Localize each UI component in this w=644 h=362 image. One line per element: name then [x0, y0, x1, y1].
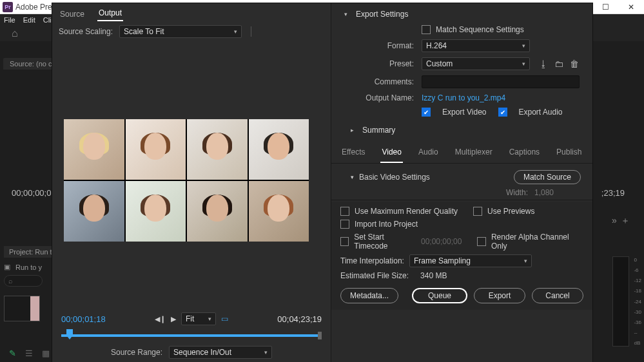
pencil-icon[interactable]: ✎ [9, 348, 16, 358]
home-icon[interactable]: ⌂ [12, 28, 18, 39]
source-scaling-label: Source Scaling: [59, 27, 113, 36]
subtab-audio[interactable]: Audio [417, 145, 440, 163]
project-search-input[interactable]: ⌕ [4, 275, 43, 287]
preset-label: Preset: [331, 59, 422, 68]
import-project-checkbox[interactable] [340, 220, 349, 229]
chevron-down-icon: ▾ [344, 11, 351, 17]
program-tc-right: ;23;19 [601, 188, 625, 198]
step-back-button[interactable]: ◀❙ [155, 315, 166, 323]
time-interp-dropdown[interactable]: Frame Sampling▾ [409, 254, 532, 267]
tab-output[interactable]: Output [97, 6, 123, 21]
output-name-link[interactable]: Izzy C run to you_2.mp4 [422, 93, 505, 102]
comments-label: Comments: [331, 77, 422, 86]
list-view-icon[interactable]: ☰ [25, 348, 33, 358]
search-icon: ⌕ [8, 277, 13, 285]
preset-dropdown[interactable]: Custom▾ [422, 57, 530, 70]
est-size-value: 340 MB [420, 271, 447, 280]
maximize-button[interactable]: ☐ [592, 0, 618, 14]
project-clip-thumb[interactable] [4, 296, 40, 321]
add-panel-icon[interactable]: ＋ [621, 215, 630, 227]
playhead-icon[interactable] [66, 329, 73, 339]
use-previews-label: Use Previews [487, 207, 534, 216]
subtab-multiplexer[interactable]: Multiplexer [454, 145, 494, 163]
render-alpha-label: Render Alpha Channel Only [491, 233, 583, 251]
export-button[interactable]: Export [474, 288, 525, 303]
bin-icon: ▣ [4, 263, 10, 271]
source-scaling-dropdown[interactable]: Scale To Fit▾ [119, 25, 242, 38]
metadata-button[interactable]: Metadata... [340, 288, 398, 303]
render-alpha-checkbox[interactable] [477, 237, 486, 246]
format-label: Format: [331, 41, 422, 50]
use-previews-checkbox[interactable] [473, 207, 482, 216]
preview-duration-timecode: 00;04;23;19 [277, 314, 322, 324]
comments-input[interactable] [422, 75, 580, 88]
export-video-checkbox[interactable]: ✔ [422, 108, 431, 117]
tab-source[interactable]: Source [59, 7, 86, 21]
export-settings-header[interactable]: ▾ Export Settings [331, 3, 592, 23]
max-quality-label: Use Maximum Render Quality [355, 207, 458, 216]
est-size-label: Estimated File Size: [340, 271, 409, 280]
export-audio-checkbox[interactable]: ✔ [498, 108, 507, 117]
match-source-button[interactable]: Match Source [514, 170, 581, 184]
save-preset-icon[interactable]: ⭳ [539, 59, 548, 69]
close-button[interactable]: ✕ [618, 0, 644, 14]
set-start-tc-checkbox[interactable] [340, 237, 349, 246]
menu-edit[interactable]: Edit [23, 16, 35, 24]
expand-panels-icon[interactable]: » [612, 215, 617, 227]
queue-button[interactable]: Queue [412, 288, 467, 303]
subtab-video[interactable]: Video [380, 145, 402, 163]
export-video-label: Export Video [442, 108, 487, 117]
subtab-captions[interactable]: Captions [508, 145, 541, 163]
export-audio-label: Export Audio [519, 108, 563, 117]
menu-file[interactable]: File [4, 16, 15, 24]
subtab-publish[interactable]: Publish [555, 145, 583, 163]
time-interp-label: Time Interpolation: [340, 256, 404, 265]
chevron-down-icon: ▾ [234, 28, 237, 35]
audio-meter: 0 -6 -12 -18 -24 -30 -36 -- dB [612, 256, 629, 347]
preview-timeline-slider[interactable] [61, 328, 322, 343]
import-preset-icon[interactable]: 🗀 [554, 59, 563, 69]
subtab-effects[interactable]: Effects [340, 145, 366, 163]
width-label: Width: [506, 188, 528, 197]
width-value[interactable]: 1,080 [534, 188, 554, 197]
match-sequence-label: Match Sequence Settings [436, 25, 524, 34]
source-range-dropdown[interactable]: Sequence In/Out▾ [169, 346, 272, 359]
preview-video-grid [64, 119, 309, 242]
match-sequence-checkbox[interactable] [422, 25, 431, 34]
aspect-correction-icon[interactable]: ▭ [221, 314, 228, 323]
delete-preset-icon[interactable]: 🗑 [570, 59, 579, 69]
summary-header[interactable]: ▸ Summary [331, 119, 592, 138]
format-dropdown[interactable]: H.264▾ [422, 39, 530, 52]
set-start-tc-label: Set Start Timecode [354, 233, 416, 251]
zoom-fit-dropdown[interactable]: Fit▾ [181, 312, 216, 325]
import-project-label: Import Into Project [355, 220, 418, 229]
basic-video-settings-label: Basic Video Settings [359, 173, 430, 182]
start-tc-value: 00;00;00;00 [421, 237, 462, 246]
chevron-down-icon: ▾ [351, 174, 354, 180]
cancel-button[interactable]: Cancel [532, 288, 583, 303]
program-tc-left: 00;00;00;0 [12, 188, 51, 198]
preview-current-timecode[interactable]: 00;00;01;18 [61, 314, 106, 324]
project-name: Run to y [15, 263, 42, 271]
icon-view-icon[interactable]: ▦ [42, 348, 50, 358]
source-range-label: Source Range: [111, 348, 162, 357]
export-settings-dialog: Source Output Source Scaling: Scale To F… [52, 3, 593, 362]
play-button[interactable]: ▶ [171, 315, 176, 323]
app-icon: Pr [3, 2, 13, 12]
output-name-label: Output Name: [331, 93, 422, 102]
chevron-right-icon: ▸ [351, 127, 357, 133]
max-quality-checkbox[interactable] [340, 207, 349, 216]
